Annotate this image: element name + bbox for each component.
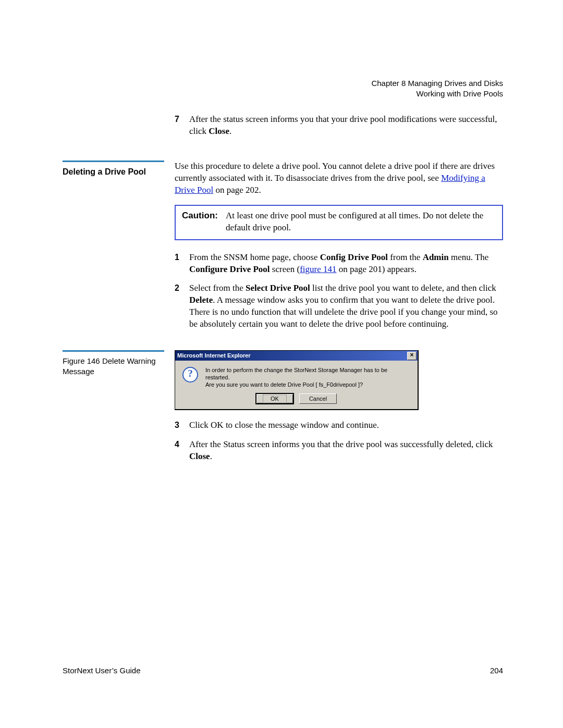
figure-146-row: Figure 146 Delete Warning Message Micros… bbox=[63, 350, 503, 470]
caution-box: Caution: At least one drive pool must be… bbox=[175, 205, 503, 240]
document-page: Chapter 8 Managing Drives and Disks Work… bbox=[0, 0, 563, 728]
step-3: 3 Click OK to close the message window a… bbox=[175, 419, 503, 431]
chapter-label: Chapter 8 Managing Drives and Disks bbox=[371, 78, 503, 89]
question-icon: ? bbox=[182, 367, 198, 382]
dialog-title: Microsoft Internet Explorer bbox=[177, 352, 251, 360]
section-rule bbox=[63, 161, 164, 162]
dialog-titlebar: Microsoft Internet Explorer × bbox=[175, 351, 418, 361]
step-7: 7 After the status screen informs you th… bbox=[175, 114, 503, 138]
delete-warning-dialog: Microsoft Internet Explorer × ? In order… bbox=[175, 350, 419, 410]
intro-paragraph: Use this procedure to delete a drive poo… bbox=[175, 161, 503, 196]
figure-caption: Figure 146 Delete Warning Message bbox=[63, 356, 169, 377]
dialog-message: In order to perform the change the StorN… bbox=[205, 367, 412, 388]
section-heading: Deleting a Drive Pool bbox=[63, 166, 169, 178]
page-content: 7 After the status screen informs you th… bbox=[63, 114, 503, 470]
dialog-button-row: OK Cancel bbox=[175, 390, 418, 409]
step-text: After the Status screen informs you that… bbox=[189, 439, 503, 463]
page-number: 204 bbox=[490, 665, 503, 676]
page-header: Chapter 8 Managing Drives and Disks Work… bbox=[371, 78, 503, 100]
step-2: 2 Select from the Select Drive Pool list… bbox=[175, 282, 503, 330]
step-text: Click OK to close the message window and… bbox=[189, 419, 503, 431]
step-text: After the status screen informs you that… bbox=[189, 114, 503, 138]
step-number: 7 bbox=[175, 114, 189, 138]
close-icon[interactable]: × bbox=[407, 352, 417, 360]
step-text: From the SNSM home page, choose Config D… bbox=[189, 252, 503, 276]
row-step-7: 7 After the status screen informs you th… bbox=[63, 114, 503, 145]
cancel-button[interactable]: Cancel bbox=[299, 393, 337, 404]
step-text: Select from the Select Drive Pool list t… bbox=[189, 282, 503, 330]
caution-label: Caution: bbox=[182, 210, 226, 234]
step-number: 2 bbox=[175, 282, 189, 330]
figure-rule bbox=[63, 350, 164, 352]
section-label: Working with Drive Pools bbox=[371, 89, 503, 99]
step-number: 3 bbox=[175, 419, 189, 431]
section-deleting-drive-pool: Deleting a Drive Pool Use this procedure… bbox=[63, 161, 503, 338]
link-figure-141[interactable]: figure 141 bbox=[300, 264, 336, 274]
footer-title: StorNext User’s Guide bbox=[63, 665, 141, 676]
step-4: 4 After the Status screen informs you th… bbox=[175, 439, 503, 463]
page-footer: StorNext User’s Guide 204 bbox=[63, 665, 503, 676]
step-number: 4 bbox=[175, 439, 189, 463]
ok-button[interactable]: OK bbox=[256, 393, 293, 404]
caution-text: At least one drive pool must be configur… bbox=[226, 210, 496, 234]
step-1: 1 From the SNSM home page, choose Config… bbox=[175, 252, 503, 276]
step-number: 1 bbox=[175, 252, 189, 276]
